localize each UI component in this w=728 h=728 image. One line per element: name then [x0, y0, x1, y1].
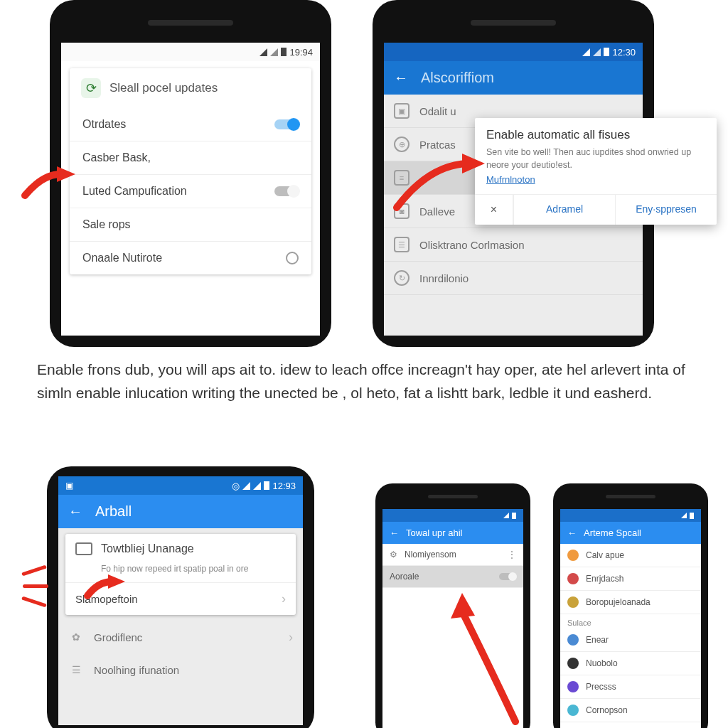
item-label: Grodiflenc	[94, 631, 142, 643]
toggle-off[interactable]	[274, 186, 299, 196]
list-item[interactable]: Enear	[560, 628, 701, 652]
item-label: Calv apue	[586, 550, 624, 560]
signal-icon	[681, 513, 687, 518]
row-luted[interactable]: Luted Campufication	[70, 174, 311, 208]
speaker-slot	[148, 20, 233, 26]
item-label: Dalleve	[419, 205, 455, 218]
back-arrow-icon[interactable]: ←	[394, 70, 408, 86]
row-label: Slamopeftoin	[75, 593, 138, 605]
globe-icon: ⊕	[394, 136, 410, 152]
status-bar	[382, 509, 523, 522]
item-label: Boropujeloanada	[586, 597, 651, 607]
back-arrow-icon[interactable]: ←	[68, 503, 82, 520]
card-row[interactable]: Slamopeftoin ›	[65, 582, 296, 615]
dialog-link[interactable]: Mufrnlnoton	[486, 174, 535, 185]
instruction-paragraph: Enable frons dub, you will aps ait to. i…	[37, 358, 704, 405]
item-label: Noolhing ifunation	[94, 664, 179, 676]
chevron-right-icon: ›	[289, 630, 293, 645]
list-item[interactable]: Nuobolo	[560, 652, 701, 675]
lines-icon: ≡	[394, 170, 410, 186]
card-header: Towtbliej Unanage	[65, 534, 296, 564]
item-label: Enear	[586, 635, 609, 645]
phone-bottom-left: ▣ ◎ 12:93 ← Arball Towtbliej Unanage Fo …	[47, 466, 314, 728]
row-casber[interactable]: Casber Bask,	[70, 141, 311, 174]
item-label: Cornopson	[586, 705, 628, 715]
speaker-slot	[428, 495, 478, 498]
app-dot-icon	[567, 550, 579, 561]
phone-bottom-right: ← Arteme Spcall Calv apue Enrjdacsh Boro…	[553, 483, 708, 728]
app-dot-icon	[567, 658, 579, 669]
row-otrdates[interactable]: Otrdates	[70, 108, 311, 141]
enable-dialog: Enable automatic all fisues Sen vite bo …	[475, 118, 717, 225]
list-item[interactable]: Calv apue	[560, 544, 701, 567]
screen-top-left: 19:94 ⟳ Sleall pocel updates Otrdates Ca…	[61, 43, 320, 336]
chevron-right-icon: ›	[282, 592, 286, 606]
more-icon[interactable]: ⋮	[508, 550, 516, 560]
header-title: Arteme Spcall	[584, 528, 641, 538]
wifi-icon	[242, 482, 250, 490]
status-time: 12:30	[612, 47, 636, 58]
battery-icon	[264, 481, 269, 490]
header-title: Alscoriffiom	[421, 70, 494, 86]
app-dot-icon	[567, 634, 579, 646]
briefcase-icon	[75, 542, 92, 555]
list-item[interactable]: ✿ Grodiflenc ›	[58, 621, 303, 653]
dialog-title: Enable automatic all fisues	[486, 128, 705, 142]
item-label: Precsss	[586, 682, 616, 692]
dialog-button-1[interactable]: Adramel	[513, 195, 615, 225]
item-label: Nlomiyensom	[405, 550, 456, 560]
status-bar: 12:30	[384, 43, 643, 61]
list-item[interactable]: Cornopson	[560, 699, 701, 722]
save-icon: ▣	[65, 481, 73, 491]
list-item[interactable]: ☰ Olisktrano Corlmasion	[384, 228, 643, 262]
app-header: ← Alscoriffiom	[384, 61, 643, 95]
signal-icon	[270, 48, 278, 56]
card-title: Towtbliej Unanage	[101, 542, 194, 555]
app-icon: ⟳	[81, 78, 101, 98]
toggle-off[interactable]	[499, 573, 516, 580]
phone-bottom-mid: ← Towal upr ahil ⚙ Nlomiyensom ⋮ Aoroale	[375, 483, 530, 728]
list-item-selected[interactable]: Aoroale	[382, 566, 523, 588]
speaker-slot	[471, 20, 556, 26]
row-onaale[interactable]: Onaale Nutirote	[70, 241, 311, 274]
row-label: Otrdates	[82, 118, 126, 131]
screen-bottom-mid: ← Towal upr ahil ⚙ Nlomiyensom ⋮ Aoroale	[382, 509, 523, 728]
list-item[interactable]: ☰ Noolhing ifunation	[58, 653, 303, 686]
item-label: Aoroale	[390, 572, 419, 582]
toggle-on[interactable]	[274, 119, 299, 129]
battery-icon	[604, 48, 609, 56]
status-time: 19:94	[289, 47, 313, 58]
app-dot-icon	[567, 705, 579, 716]
list-item[interactable]: Boropujeloanada	[560, 591, 701, 614]
status-bar: 19:94	[61, 43, 320, 61]
back-arrow-icon[interactable]: ←	[567, 528, 577, 538]
dialog-actions: × Adramel Eny·sppresen	[475, 194, 717, 225]
radio-empty[interactable]	[286, 252, 299, 264]
app-header: ← Towal upr ahil	[382, 522, 523, 544]
dialog-close-button[interactable]: ×	[475, 195, 513, 225]
card-title: Sleall pocel updates	[109, 81, 218, 95]
feature-card[interactable]: Towtbliej Unanage Fo hip now repeed irt …	[65, 534, 296, 615]
card-header: ⟳ Sleall pocel updates	[70, 68, 311, 108]
list-item[interactable]: ⚙ Nlomiyensom ⋮	[382, 544, 523, 566]
dialog-button-2[interactable]: Eny·sppresen	[615, 195, 717, 225]
list-item[interactable]: ↻ Innrdilonio	[384, 262, 643, 295]
card-subtitle: Fo hip now repeed irt spatip poal in ore	[65, 564, 296, 582]
item-label: Olisktrano Corlmasion	[419, 239, 525, 251]
doc-icon: ☰	[394, 237, 410, 252]
row-sale[interactable]: Sale rops	[70, 208, 311, 241]
status-bar: ▣ ◎ 12:93	[58, 476, 303, 495]
app-dot-icon	[567, 573, 579, 584]
row-label: Onaale Nutirote	[82, 252, 162, 264]
row-label: Luted Campufication	[82, 185, 187, 198]
item-label: Pratcas	[419, 139, 456, 151]
status-bar	[560, 509, 701, 522]
camera-icon: ◙	[394, 203, 410, 219]
dialog-body: Sen vite bo well! Then auc iupdites shod…	[486, 146, 705, 171]
battery-icon	[690, 513, 694, 519]
list-item[interactable]: Enrjdacsh	[560, 567, 701, 591]
back-arrow-icon[interactable]: ←	[390, 528, 399, 538]
phone-top-left: 19:94 ⟳ Sleall pocel updates Otrdates Ca…	[50, 0, 331, 347]
item-label: Odalit u	[419, 105, 456, 117]
list-item[interactable]: Precsss	[560, 675, 701, 699]
